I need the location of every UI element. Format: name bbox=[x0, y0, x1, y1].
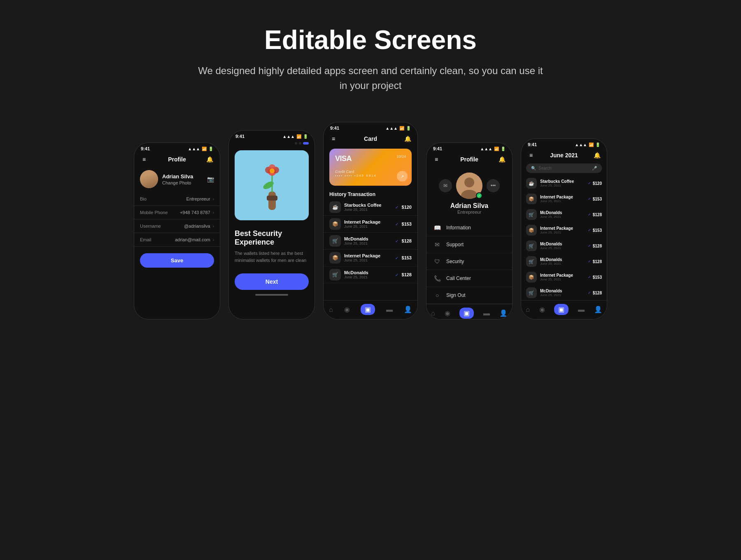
search-bar[interactable]: 🔍 Search 🎤 bbox=[526, 163, 602, 173]
p1-field-bio[interactable]: Bio Entrepreeur › bbox=[134, 192, 220, 206]
more-button[interactable]: ••• bbox=[487, 179, 500, 192]
page-title: Editable Screens bbox=[193, 25, 548, 55]
table-row: 🛒 McDonalds June 25, 2021 ✓ $128 bbox=[521, 207, 607, 222]
p4-avatar-wrap: ✓ bbox=[456, 173, 482, 199]
signal-icon-3: ▲▲▲ bbox=[385, 126, 398, 131]
status-icons-2: ▲▲▲ 📶 🔋 bbox=[282, 134, 308, 139]
month-label: June 2021 bbox=[550, 152, 578, 159]
online-badge: ✓ bbox=[476, 192, 482, 199]
phone-transaction-list: 9:41 ▲▲▲ 📶 🔋 ≡ June 2021 🔔 🔍 Search 🎤 ☕ … bbox=[521, 138, 607, 320]
save-button[interactable]: Save bbox=[140, 253, 214, 268]
t-icon: 📦 bbox=[526, 194, 537, 204]
bell-icon-4[interactable]: 🔔 bbox=[498, 155, 506, 163]
menu-item-information[interactable]: 📖 Information bbox=[426, 219, 512, 236]
bn-list-5[interactable]: ▬ bbox=[578, 306, 585, 313]
home-indicator bbox=[255, 294, 288, 296]
menu-icon-4[interactable]: ≡ bbox=[432, 155, 440, 163]
nav-title-3: Card bbox=[364, 135, 377, 142]
bn-user[interactable]: 👤 bbox=[404, 306, 412, 313]
menu-item-support[interactable]: ✉ Support bbox=[426, 236, 512, 253]
svg-rect-0 bbox=[268, 191, 276, 210]
menu-icon-3[interactable]: ≡ bbox=[329, 135, 338, 143]
p1-user-section: Adrian Silva Change Photo 📷 bbox=[134, 166, 220, 192]
t-icon: 🛒 bbox=[526, 287, 537, 298]
table-row: 🛒 McDonalds June 25, 2021 ✓ $128 bbox=[324, 266, 417, 283]
transaction-icon: 🛒 bbox=[329, 235, 341, 247]
bn-home[interactable]: ⌂ bbox=[329, 306, 333, 313]
bn-list[interactable]: ▬ bbox=[386, 306, 393, 313]
bn-user-4[interactable]: 👤 bbox=[499, 309, 508, 317]
bn-circle-4[interactable]: ◉ bbox=[445, 309, 450, 317]
time-1: 9:41 bbox=[141, 146, 150, 151]
menu-item-security[interactable]: 🛡 Security bbox=[426, 253, 512, 270]
svg-point-3 bbox=[262, 180, 275, 191]
history-section-title: History Transaction bbox=[324, 189, 417, 199]
p1-change-photo[interactable]: Change Photo bbox=[162, 180, 203, 185]
t-icon: 📦 bbox=[526, 225, 537, 236]
search-placeholder: Search bbox=[538, 166, 590, 170]
message-button[interactable]: ✉ bbox=[439, 179, 452, 192]
wifi-icon-5: 📶 bbox=[589, 142, 594, 147]
time-3: 9:41 bbox=[330, 126, 339, 131]
p4-user-role: Entrepreeur bbox=[457, 210, 481, 215]
table-row: 📦 Internet Package June 25, 2021 ✓ $153 bbox=[324, 216, 417, 233]
bn-list-4[interactable]: ▬ bbox=[483, 310, 490, 317]
p1-field-phone[interactable]: Mobile Phone +948 743 8787 › bbox=[134, 206, 220, 219]
nav-title-1: Profile bbox=[168, 156, 186, 163]
visa-icon: ↗ bbox=[397, 171, 408, 182]
phone-profile-edit: 9:41 ▲▲▲ 📶 🔋 ≡ Profile 🔔 Adrian Silva Ch… bbox=[134, 142, 220, 320]
bn-circle[interactable]: ◉ bbox=[344, 306, 350, 313]
p4-user-name: Adrian Silva bbox=[450, 202, 488, 210]
visa-card: VISA 10/24 Credit Card •••• •••• •245 89… bbox=[329, 149, 412, 186]
visa-date: 10/24 bbox=[396, 154, 406, 159]
svg-point-8 bbox=[270, 168, 275, 173]
menu-item-sign-out[interactable]: ○ Sign Out bbox=[426, 287, 512, 304]
bn-circle-5[interactable]: ◉ bbox=[539, 306, 545, 313]
info-icon: 📖 bbox=[433, 224, 441, 231]
phone-icon: 📞 bbox=[433, 275, 441, 282]
menu-icon-5[interactable]: ≡ bbox=[527, 151, 535, 159]
svg-rect-1 bbox=[267, 196, 277, 201]
status-bar-2: 9:41 ▲▲▲ 📶 🔋 bbox=[229, 131, 315, 140]
p1-field-username[interactable]: Username @adriansilva › bbox=[134, 219, 220, 233]
menu-icon-1[interactable]: ≡ bbox=[140, 155, 148, 163]
p1-avatar-face bbox=[140, 170, 158, 188]
search-icon: 🔍 bbox=[531, 166, 536, 170]
bell-icon-5[interactable]: 🔔 bbox=[593, 151, 601, 159]
p1-field-email[interactable]: Email adrian@mail.com › bbox=[134, 233, 220, 247]
bell-icon-1[interactable]: 🔔 bbox=[206, 155, 214, 163]
phone-card-history: 9:41 ▲▲▲ 📶 🔋 ≡ Card 🔔 VISA 10/24 Credit … bbox=[323, 122, 418, 320]
t-icon: 🛒 bbox=[526, 256, 537, 267]
signout-icon: ○ bbox=[433, 292, 441, 299]
signal-icon-4: ▲▲▲ bbox=[480, 147, 492, 151]
transaction-list-5: ☕ Starbucks Coffee June 25, 2021 ✓ $120 … bbox=[521, 175, 607, 300]
bn-home-4[interactable]: ⌂ bbox=[431, 310, 435, 317]
bottom-nav-5: ⌂ ◉ ▣ ▬ 👤 bbox=[521, 300, 607, 319]
bn-card-active[interactable]: ▣ bbox=[361, 304, 375, 315]
bell-icon-3[interactable]: 🔔 bbox=[403, 135, 412, 143]
camera-icon[interactable]: 📷 bbox=[207, 176, 214, 182]
transaction-list-3: ☕ Starbucks Coffee June 25, 2021 ✓ $120 … bbox=[324, 199, 417, 300]
bn-card-active-4[interactable]: ▣ bbox=[459, 308, 474, 319]
table-row: 🛒 McDonalds June 25, 2021 ✓ $128 bbox=[521, 285, 607, 300]
bn-card-active-5[interactable]: ▣ bbox=[554, 304, 569, 315]
menu-item-call-center[interactable]: 📞 Call Center bbox=[426, 270, 512, 287]
nav-bar-4: ≡ Profile 🔔 bbox=[426, 153, 512, 166]
status-icons-5: ▲▲▲ 📶 🔋 bbox=[575, 142, 600, 147]
p1-avatar bbox=[140, 170, 158, 188]
visa-cc-label: Credit Card bbox=[335, 170, 406, 174]
mic-icon[interactable]: 🎤 bbox=[592, 166, 597, 170]
battery-icon-5: 🔋 bbox=[595, 142, 600, 147]
bn-user-5[interactable]: 👤 bbox=[594, 306, 602, 313]
bn-home-5[interactable]: ⌂ bbox=[526, 306, 530, 313]
flower-svg bbox=[251, 159, 292, 212]
bottom-nav-4: ⌂ ◉ ▣ ▬ 👤 bbox=[426, 304, 512, 320]
security-illustration bbox=[235, 150, 309, 220]
t-icon: ☕ bbox=[526, 178, 537, 189]
status-icons-1: ▲▲▲ 📶 🔋 bbox=[188, 147, 213, 151]
battery-icon-3: 🔋 bbox=[406, 126, 411, 131]
signal-icon: ▲▲▲ bbox=[188, 147, 200, 151]
page-header: Editable Screens We designed highly deta… bbox=[185, 0, 556, 105]
nav-title-4: Profile bbox=[460, 156, 478, 163]
next-button[interactable]: Next bbox=[235, 273, 309, 290]
